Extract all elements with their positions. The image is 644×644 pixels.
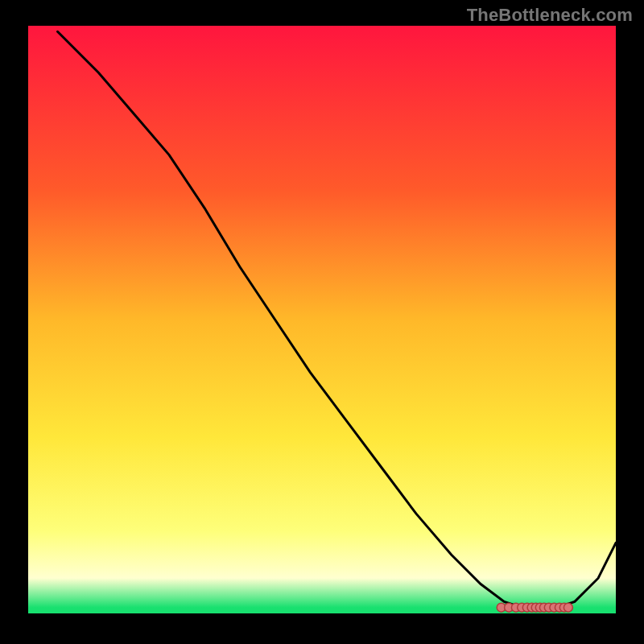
chart-svg bbox=[28, 26, 616, 613]
plot-area bbox=[28, 26, 616, 613]
marker-dot bbox=[564, 603, 572, 612]
gradient-background bbox=[28, 26, 616, 613]
chart-container: TheBottleneck.com bbox=[0, 0, 644, 644]
marker-dots bbox=[497, 603, 572, 612]
watermark-text: TheBottleneck.com bbox=[467, 5, 633, 26]
